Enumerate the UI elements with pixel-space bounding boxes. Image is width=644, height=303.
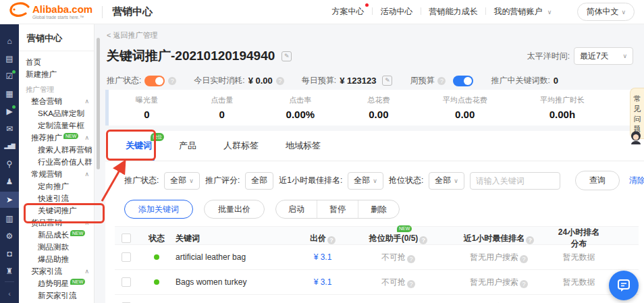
- pause-button[interactable]: 暂停: [317, 200, 358, 218]
- rail-icon[interactable]: ♜: [0, 264, 19, 278]
- back-link[interactable]: < 返回推广管理: [95, 24, 644, 40]
- rail-icon[interactable]: ▤: [0, 51, 19, 65]
- top-nav-item-label: 营销能力成长: [429, 7, 477, 16]
- col-grab-helper: NEW抢位助手(0/5): [355, 233, 441, 244]
- notification-dot: [365, 3, 369, 7]
- rail-icon[interactable]: ▥: [0, 211, 19, 225]
- weekly-budget-label: 周预算: [410, 75, 434, 86]
- rail-icon[interactable]: ⌂: [0, 34, 19, 48]
- sidebar-item[interactable]: 新建推广: [19, 68, 94, 80]
- row-checkbox[interactable]: [122, 277, 131, 287]
- best-rank-cell: 暂无用户搜索: [441, 277, 556, 288]
- alibaba-logo[interactable]: Alibaba.com Global trade starts here.™: [0, 2, 92, 22]
- rail-icon[interactable]: ✉: [0, 121, 19, 136]
- alibaba-smile-icon: [8, 2, 31, 22]
- scrollbar-thumb[interactable]: [97, 38, 100, 169]
- clear-filters-link[interactable]: 清除所有筛选: [629, 175, 644, 186]
- tab[interactable]: 地域标签: [284, 140, 322, 161]
- rail-icon[interactable]: ▦: [0, 86, 19, 101]
- help-icon[interactable]: [520, 280, 528, 288]
- stat-item: 点击率 0.00%: [286, 95, 315, 120]
- help-icon[interactable]: [437, 77, 446, 85]
- delete-button[interactable]: 删除: [358, 200, 399, 218]
- top-nav-item[interactable]: 活动中心: [372, 6, 421, 18]
- rail-icon[interactable]: ⚙: [0, 229, 19, 243]
- sidebar-item[interactable]: 快速引流: [19, 192, 94, 204]
- top-nav-item[interactable]: 我的营销账户: [485, 6, 560, 18]
- rail-icon[interactable]: ▂▅▇: [0, 139, 19, 153]
- row-checkbox[interactable]: [122, 252, 131, 262]
- tab[interactable]: 关键词 抢位: [124, 140, 153, 161]
- sidebar-item[interactable]: 常规营销: [19, 168, 94, 180]
- sidebar-item[interactable]: 趋势明星NEW: [19, 277, 94, 290]
- sidebar-item[interactable]: 定制流量年框: [19, 119, 94, 132]
- sidebar-item[interactable]: 推广管理: [19, 83, 94, 95]
- help-icon[interactable]: [407, 255, 415, 263]
- top-nav-item[interactable]: 方案中心: [323, 6, 372, 18]
- grab-status-select[interactable]: 全部: [429, 172, 464, 190]
- sidebar-item[interactable]: 关键词推广: [19, 204, 94, 217]
- rail-icon[interactable]: ➤: [0, 192, 19, 208]
- sidebar-item[interactable]: 测品测款: [19, 241, 94, 253]
- help-icon[interactable]: [407, 280, 415, 288]
- tab[interactable]: 人群标签: [222, 140, 260, 161]
- tab[interactable]: 产品: [178, 140, 198, 161]
- sidebar-item[interactable]: 搜索人群再营销: [19, 144, 94, 156]
- promo-status-toggle[interactable]: [144, 76, 165, 86]
- app-title: 营销中心: [112, 5, 153, 18]
- score-select[interactable]: 全部: [245, 172, 273, 190]
- add-keyword-button[interactable]: 添加关键词: [124, 200, 193, 219]
- help-icon[interactable]: [520, 255, 528, 263]
- sidebar-item[interactable]: 货品营销: [19, 217, 94, 229]
- select-all-checkbox[interactable]: [122, 233, 131, 243]
- help-icon[interactable]: [526, 236, 534, 244]
- sidebar-item[interactable]: 整合营销: [19, 95, 94, 107]
- rail-icon[interactable]: ▶: [0, 104, 19, 118]
- rail-icon[interactable]: ☑: [0, 69, 19, 83]
- rail-icon[interactable]: ⚲: [0, 157, 19, 171]
- faq-label: 常见问题: [634, 94, 641, 133]
- time-range-select[interactable]: 最近7天: [574, 47, 633, 65]
- sidebar-item[interactable]: 首页: [19, 56, 94, 68]
- help-icon[interactable]: [419, 236, 427, 244]
- sidebar-item[interactable]: 爆品助推: [19, 253, 94, 265]
- sidebar-item-label: 定制流量年框: [38, 121, 84, 130]
- chevron-up-icon[interactable]: [84, 132, 89, 144]
- stat-label: 总花费: [367, 95, 390, 105]
- bid-cell[interactable]: ¥ 3.1: [290, 277, 355, 287]
- rail-icon[interactable]: ♟: [0, 174, 19, 188]
- bid-cell[interactable]: ¥ 3.1: [290, 252, 355, 262]
- chevron-up-icon[interactable]: [84, 217, 89, 229]
- sidebar-item[interactable]: 行业高价值人群: [19, 156, 94, 168]
- chat-fab[interactable]: [609, 271, 639, 300]
- chevron-up-icon[interactable]: [84, 95, 89, 107]
- start-button[interactable]: 启动: [276, 200, 317, 218]
- collapse-sidebar-icon[interactable]: ‹: [0, 290, 19, 298]
- best-rank-select[interactable]: 全部: [348, 172, 383, 190]
- top-nav-item[interactable]: 营销能力成长: [421, 6, 485, 18]
- sidebar-item[interactable]: 买家引流: [19, 265, 94, 277]
- rail-icon[interactable]: ◘: [0, 246, 19, 260]
- help-icon[interactable]: [327, 236, 336, 244]
- query-button[interactable]: 查询: [575, 171, 620, 190]
- status-dot: [154, 279, 159, 285]
- chevron-up-icon[interactable]: [84, 265, 89, 277]
- promo-status-select[interactable]: 全部: [164, 172, 200, 190]
- sidebar-item[interactable]: 新品成长NEW: [19, 229, 94, 241]
- sidebar-item[interactable]: 新买家引流: [19, 290, 94, 302]
- batch-bid-button[interactable]: 批量出价: [204, 200, 265, 219]
- stats-band: 曝光量 0 点击量 0 点击率 0.00% 总花费: [105, 90, 639, 126]
- sidebar-item[interactable]: 定向推广: [19, 180, 94, 192]
- edit-title-icon[interactable]: [281, 51, 292, 61]
- sidebar-item[interactable]: 推荐推广NEW: [19, 132, 94, 144]
- chevron-up-icon[interactable]: [84, 168, 89, 180]
- keyword-search-input[interactable]: [470, 172, 560, 190]
- help-icon[interactable]: [168, 77, 176, 85]
- filter-grab-status-label: 抢位状态:: [389, 175, 423, 186]
- help-icon[interactable]: [276, 77, 284, 85]
- support-avatar-icon[interactable]: [630, 131, 642, 147]
- sidebar-item[interactable]: SKA品牌定制: [19, 107, 94, 119]
- weekly-budget-toggle[interactable]: [453, 76, 473, 86]
- language-selector[interactable]: 简体中文: [577, 3, 635, 21]
- edit-budget-icon[interactable]: [382, 76, 392, 86]
